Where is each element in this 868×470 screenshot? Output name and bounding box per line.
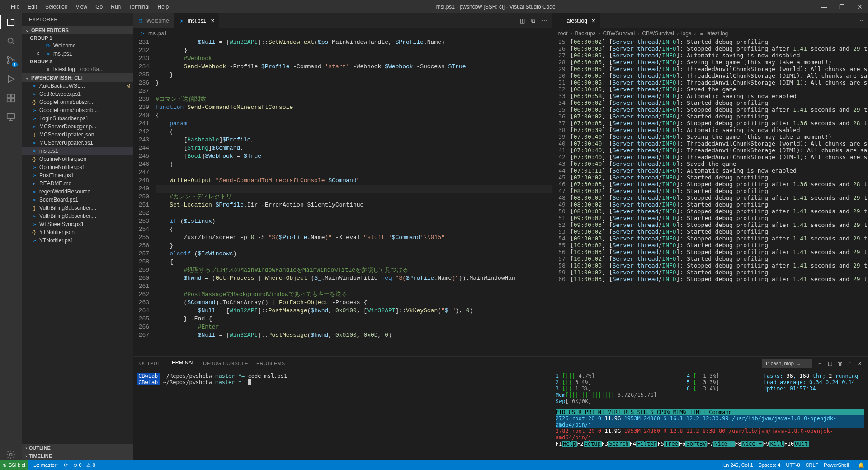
log-viewer[interactable]: 25[06:00:02] [Server thread/INFO]: Start… [552, 38, 868, 356]
problems-status[interactable]: ⊘ 0 ⚠ 0 [73, 462, 95, 468]
split-terminal-icon[interactable]: ◫ [828, 361, 832, 367]
breadcrumb-item[interactable]: logs [681, 30, 691, 37]
titlebar: FileEditSelectionViewGoRunTerminalHelp m… [0, 0, 868, 13]
notifications-icon[interactable]: 🔔 [858, 462, 864, 468]
breadcrumb-item[interactable]: root [558, 30, 568, 37]
close-panel-icon[interactable]: ✕ [858, 361, 862, 367]
menu-help[interactable]: Help [154, 2, 173, 12]
outline-header[interactable]: ›OUTLINE [22, 444, 133, 452]
git-sync[interactable]: ⟳ [64, 462, 68, 468]
open-editors-header[interactable]: ⌄OPEN EDITORS [22, 26, 133, 34]
timeline-header[interactable]: ›TIMELINE [22, 452, 133, 460]
code-editor[interactable]: 231 232 233 234 235 236 237 238 239 240 … [133, 38, 552, 356]
panel-tab-output[interactable]: OUTPUT [139, 361, 160, 366]
encoding[interactable]: UTF-8 [786, 462, 800, 468]
panel-tab-terminal[interactable]: TERMINAL [169, 360, 195, 367]
ps-icon: ≻ [31, 91, 37, 97]
maximize-button[interactable]: ❐ [837, 3, 846, 10]
file-label: PostTimer.ps1 [39, 172, 74, 179]
menu-edit[interactable]: Edit [24, 2, 41, 12]
file-item[interactable]: {}YTNotifier.json [22, 228, 133, 236]
new-terminal-icon[interactable]: ＋ [817, 360, 822, 367]
indent[interactable]: Spaces: 4 [759, 462, 781, 468]
open-editor-item[interactable]: ⧉Welcome [22, 42, 133, 50]
tab-welcome[interactable]: ⧉Welcome [133, 13, 174, 28]
search-icon[interactable] [5, 36, 16, 47]
open-editor-item[interactable]: ×≻msl.ps1 [22, 50, 133, 58]
file-item[interactable]: ≻WLSheetSync.ps1 [22, 220, 133, 228]
breadcrumb-item[interactable]: CBWSurvival [642, 30, 674, 37]
file-label: GetRetweets.ps1 [39, 91, 81, 97]
extensions-icon[interactable] [5, 93, 16, 103]
tab-msl-ps1[interactable]: ≻msl.ps1× [174, 13, 220, 28]
file-label: regenWorldResource.... [39, 188, 97, 195]
open-editor-item[interactable]: ≡latest.log/root/Ba... [22, 65, 133, 73]
file-item[interactable]: ≻VultrBillingSubscriber.... [22, 212, 133, 220]
more-icon[interactable]: ⋯ [858, 18, 863, 24]
breadcrumb-item[interactable]: Backups [575, 30, 596, 37]
file-item[interactable]: ≻AutoBackupWSL...M [22, 82, 133, 90]
panel-tab-debug-console[interactable]: DEBUG CONSOLE [203, 361, 248, 366]
close-button[interactable]: ✕ [855, 3, 864, 10]
remote-indicator[interactable]: ≶ SSH: cl [0, 460, 28, 470]
close-icon[interactable]: × [592, 17, 595, 24]
breadcrumb-right[interactable]: root›Backups›CBWSurvival›CBWSurvival›log… [552, 28, 868, 38]
menu-run[interactable]: Run [107, 2, 124, 12]
explorer-icon[interactable] [5, 17, 16, 28]
file-item[interactable]: ≻GetRetweets.ps1 [22, 90, 133, 98]
language[interactable]: PowerShell [824, 462, 849, 468]
kill-terminal-icon[interactable]: 🗑 [838, 361, 843, 366]
source-control-icon[interactable]: 1 [5, 55, 16, 66]
file-item[interactable]: ≻regenWorldResource.... [22, 188, 133, 196]
minimize-button[interactable]: — [819, 3, 828, 10]
file-label: README.md [39, 180, 71, 187]
file-item[interactable]: {}VultrBillingSubscriber.... [22, 204, 133, 212]
file-item[interactable]: {}GoogleFormsSubscr... [22, 98, 133, 106]
cursor-pos[interactable]: Ln 249, Col 1 [723, 462, 753, 468]
run-debug-icon[interactable] [5, 74, 16, 85]
file-label: latest.log [53, 66, 75, 72]
json-icon: {} [31, 229, 37, 235]
log-icon: ≡ [557, 18, 563, 24]
menu-terminal[interactable]: Terminal [125, 2, 153, 12]
file-item[interactable]: ≻OptifineNotifier.ps1 [22, 163, 133, 171]
close-icon[interactable]: × [211, 17, 214, 24]
terminal-1[interactable]: CBwLab ~/Repos/pwshcbw master *= code ms… [133, 370, 552, 460]
file-item[interactable]: {}OptifineNotifier.json [22, 155, 133, 163]
menu-view[interactable]: View [72, 2, 91, 12]
menu-file[interactable]: File [7, 2, 23, 12]
svg-point-0 [8, 38, 13, 43]
menu-selection[interactable]: Selection [42, 2, 71, 12]
workspace-header[interactable]: ⌄PWSHCBW [SSH: CL] [22, 73, 133, 82]
file-item[interactable]: ≻ScoreBoard.ps1 [22, 196, 133, 204]
split-editor-icon[interactable]: ◫ [520, 18, 525, 24]
file-item[interactable]: ≻YTNotifier.ps1 [22, 236, 133, 244]
diff-icon[interactable]: ⧉ [531, 18, 535, 24]
tab-latest-log[interactable]: ≡latest.log× [552, 13, 600, 28]
json-icon: {} [31, 156, 37, 162]
breadcrumb-item[interactable]: ≡ latest.log [698, 30, 728, 37]
breadcrumb-item[interactable]: CBWSurvival [603, 30, 635, 37]
file-item[interactable]: ≻LoginSubscriber.ps1 [22, 114, 133, 122]
file-item[interactable]: {}MCServerUpdater.json [22, 131, 133, 139]
file-item[interactable]: ≻MCServerDebugger.p... [22, 122, 133, 131]
file-label: ScoreBoard.ps1 [39, 197, 78, 203]
terminal-selector[interactable]: 1: bash, htop ⌄ [762, 359, 812, 368]
file-item[interactable]: ≻GoogleFormsSubscrib... [22, 106, 133, 114]
group1-label: GROUP 1 [22, 34, 133, 42]
git-branch[interactable]: ⎇ master* [33, 462, 58, 468]
file-item[interactable]: ▾README.md [22, 179, 133, 188]
more-icon[interactable]: ⋯ [542, 18, 547, 24]
eol[interactable]: CRLF [806, 462, 819, 468]
breadcrumb-left[interactable]: ≻ msl.ps1 [133, 28, 552, 38]
file-item[interactable]: ≻MCServerUpdater.ps1 [22, 139, 133, 147]
file-item[interactable]: ≻PostTimer.ps1 [22, 171, 133, 179]
settings-icon[interactable] [5, 449, 16, 460]
close-icon[interactable]: × [36, 51, 42, 57]
menu-go[interactable]: Go [92, 2, 106, 12]
remote-explorer-icon[interactable] [5, 112, 16, 122]
file-item[interactable]: ≻msl.ps1 [22, 147, 133, 155]
maximize-panel-icon[interactable]: ⌃ [848, 361, 852, 367]
terminal-2-htop[interactable]: 1 [||| 4.7%] 2 [|| 3.4%] 3 [|| 1.3%]Mem[… [552, 370, 868, 460]
panel-tab-problems[interactable]: PROBLEMS [256, 361, 285, 366]
